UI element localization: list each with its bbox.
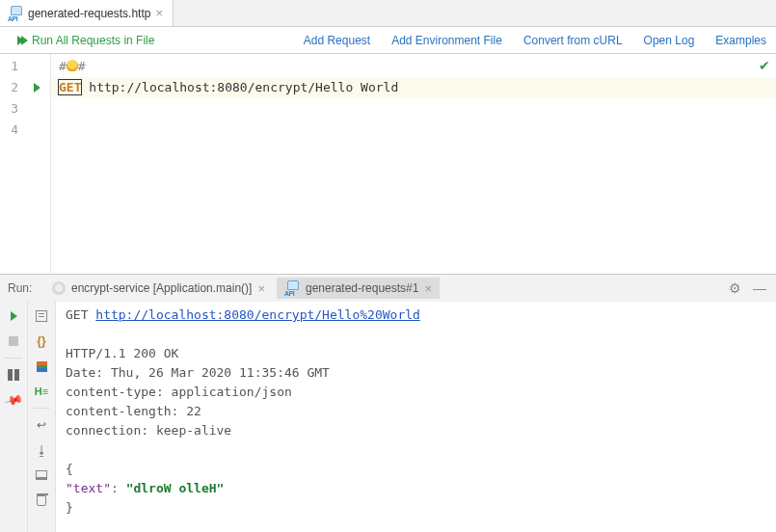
pin-button[interactable]: 📌 bbox=[0, 386, 28, 414]
layout-button[interactable] bbox=[3, 364, 24, 386]
close-icon[interactable]: × bbox=[257, 282, 265, 295]
run-tab-label: encrypt-service [Application.main()] bbox=[71, 281, 252, 295]
run-toolbar-secondary: {} H≡ ↩ ⭳ bbox=[28, 302, 56, 532]
run-body: 📌 {} H≡ ↩ ⭳ GET http://localhost:8080/en… bbox=[0, 302, 776, 532]
json-key: "text" bbox=[66, 481, 111, 495]
history-icon bbox=[36, 310, 47, 322]
format-button[interactable]: {} bbox=[31, 331, 52, 352]
line-number: 3 bbox=[0, 98, 18, 120]
rerun-button[interactable] bbox=[3, 306, 24, 327]
run-request-gutter-icon[interactable] bbox=[24, 77, 50, 98]
run-header: Run: encrypt-service [Application.main()… bbox=[0, 275, 776, 302]
http-file-icon bbox=[284, 280, 300, 296]
wrap-icon: ↩ bbox=[37, 418, 46, 432]
editor-tab-http-file[interactable]: generated-requests.http × bbox=[0, 0, 174, 26]
compare-icon: H≡ bbox=[35, 386, 48, 397]
response-header: content-length: 22 bbox=[66, 402, 766, 421]
request-line: GET http://localhost:8080/encrypt/Hello%… bbox=[66, 306, 766, 325]
open-log-button[interactable]: Open Log bbox=[644, 34, 695, 47]
trash-icon bbox=[37, 495, 46, 506]
settings-button[interactable]: ⚙ bbox=[725, 280, 745, 296]
scroll-to-end-button[interactable]: ⭳ bbox=[31, 439, 52, 461]
close-icon[interactable]: × bbox=[424, 282, 432, 295]
run-all-button[interactable]: Run All Requests in File bbox=[17, 34, 154, 47]
run-toolbar-primary: 📌 bbox=[0, 302, 28, 532]
compare-button[interactable]: H≡ bbox=[31, 381, 52, 402]
editor-area[interactable]: 1 2 3 4 ## GET http://localhost:8080/enc… bbox=[0, 54, 776, 274]
examples-button[interactable]: Examples bbox=[715, 34, 766, 47]
json-value: "dlroW olleH" bbox=[126, 481, 225, 495]
code-line-4 bbox=[59, 120, 768, 141]
inspection-ok-icon[interactable]: ✔ bbox=[759, 58, 770, 73]
spring-icon bbox=[52, 281, 66, 295]
run-all-label: Run All Requests in File bbox=[32, 34, 154, 47]
stop-icon bbox=[9, 336, 18, 346]
minimize-icon: — bbox=[753, 280, 766, 296]
json-open: { bbox=[66, 460, 766, 479]
http-file-icon bbox=[8, 6, 23, 21]
print-icon bbox=[36, 470, 47, 480]
add-env-file-button[interactable]: Add Environment File bbox=[391, 34, 502, 47]
stop-button[interactable] bbox=[3, 331, 24, 352]
line-number: 1 bbox=[0, 56, 18, 77]
http-url: http://localhost:8080/encrypt/Hello Worl… bbox=[81, 80, 398, 94]
response-header: content-type: application/json bbox=[66, 383, 766, 402]
code-line-3 bbox=[59, 98, 768, 120]
clear-button[interactable] bbox=[31, 490, 52, 511]
gear-icon: ⚙ bbox=[729, 280, 741, 296]
run-tool-window: Run: encrypt-service [Application.main()… bbox=[0, 274, 776, 532]
close-icon[interactable]: × bbox=[155, 7, 163, 19]
status-line: HTTP/1.1 200 OK bbox=[66, 344, 766, 363]
line-number: 4 bbox=[0, 120, 18, 141]
http-method: GET bbox=[59, 80, 81, 94]
braces-icon: {} bbox=[37, 334, 45, 348]
play-icon bbox=[11, 311, 17, 321]
response-header: Date: Thu, 26 Mar 2020 11:35:46 GMT bbox=[66, 363, 766, 383]
request-method: GET bbox=[66, 307, 95, 322]
pin-icon: 📌 bbox=[3, 390, 23, 411]
run-label: Run: bbox=[4, 281, 40, 295]
highlight-icon bbox=[37, 361, 47, 372]
soft-wrap-button[interactable]: ↩ bbox=[31, 414, 52, 436]
layout-icon bbox=[8, 369, 19, 381]
editor-tab-label: generated-requests.http bbox=[28, 7, 150, 20]
separator bbox=[33, 408, 50, 409]
intention-bulb-icon[interactable] bbox=[67, 60, 78, 71]
run-tab-label: generated-requests#1 bbox=[306, 281, 418, 295]
code-line-2: GET http://localhost:8080/encrypt/Hello … bbox=[51, 77, 776, 98]
editor-tabbar: generated-requests.http × bbox=[0, 0, 776, 27]
minimize-button[interactable]: — bbox=[749, 280, 770, 296]
run-tab-http[interactable]: generated-requests#1 × bbox=[277, 278, 440, 299]
http-editor-toolbar: Run All Requests in File Add Request Add… bbox=[0, 27, 776, 54]
convert-curl-button[interactable]: Convert from cURL bbox=[523, 34, 623, 47]
add-request-button[interactable]: Add Request bbox=[304, 34, 370, 47]
line-number: 2 bbox=[0, 77, 18, 98]
code-editor[interactable]: ## GET http://localhost:8080/encrypt/Hel… bbox=[51, 54, 776, 274]
code-line-1: ## bbox=[59, 56, 768, 77]
run-tab-app[interactable]: encrypt-service [Application.main()] × bbox=[44, 278, 273, 299]
highlight-button[interactable] bbox=[31, 356, 52, 377]
separator bbox=[5, 358, 22, 359]
json-line: "text": "dlroW olleH" bbox=[66, 479, 766, 498]
show-history-button[interactable] bbox=[31, 306, 52, 327]
request-url-link[interactable]: http://localhost:8080/encrypt/Hello%20Wo… bbox=[95, 307, 420, 322]
scroll-end-icon: ⭳ bbox=[36, 443, 48, 458]
http-response-console[interactable]: GET http://localhost:8080/encrypt/Hello%… bbox=[56, 302, 776, 532]
print-button[interactable] bbox=[31, 465, 52, 486]
response-header: connection: keep-alive bbox=[66, 421, 766, 440]
run-gutter bbox=[24, 54, 51, 274]
json-colon: : bbox=[111, 481, 126, 495]
json-close: } bbox=[66, 498, 766, 518]
run-all-icon bbox=[17, 36, 28, 45]
line-number-gutter: 1 2 3 4 bbox=[0, 54, 24, 274]
